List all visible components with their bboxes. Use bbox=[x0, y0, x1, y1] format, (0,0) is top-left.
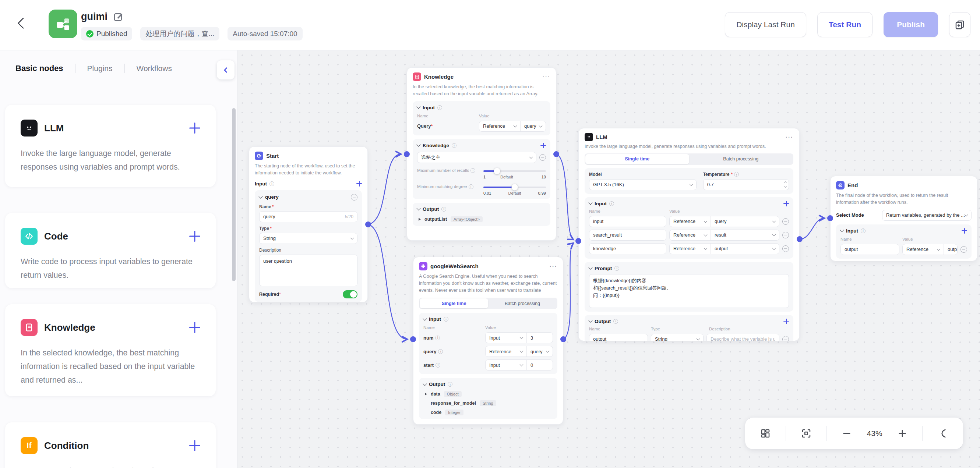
node-card-code[interactable]: Code Write code to process input variabl… bbox=[5, 213, 216, 288]
value-mode-select[interactable]: Reference bbox=[485, 346, 527, 357]
edit-icon[interactable] bbox=[113, 11, 124, 22]
expand-icon[interactable] bbox=[418, 218, 421, 221]
tab-batch-processing[interactable]: Batch processing bbox=[488, 298, 557, 308]
value-select[interactable]: query bbox=[527, 346, 553, 357]
param-name-input[interactable] bbox=[593, 219, 662, 224]
chevron-down-icon[interactable] bbox=[416, 105, 420, 108]
port-knowledge-output[interactable] bbox=[553, 151, 559, 157]
value-select[interactable]: result bbox=[711, 230, 779, 240]
display-last-run-button[interactable]: Display Last Run bbox=[725, 12, 806, 37]
node-menu-icon[interactable] bbox=[542, 75, 550, 79]
tab-plugins[interactable]: Plugins bbox=[87, 64, 113, 73]
remove-param-button[interactable] bbox=[351, 194, 358, 200]
add-code-node-button[interactable] bbox=[189, 231, 200, 242]
zoom-out-button[interactable] bbox=[842, 428, 852, 439]
tab-workflows[interactable]: Workflows bbox=[137, 64, 172, 73]
param-name-input[interactable] bbox=[593, 246, 662, 251]
collapse-sidebar-button[interactable] bbox=[217, 60, 234, 79]
value-mode-select[interactable]: Reference bbox=[670, 230, 711, 240]
value-mode-select[interactable]: Input bbox=[485, 360, 527, 370]
tab-batch-processing[interactable]: Batch processing bbox=[689, 154, 793, 164]
model-select[interactable]: GPT-3.5 (16K) bbox=[589, 179, 697, 190]
chevron-down-icon[interactable] bbox=[840, 228, 844, 232]
remove-row-button[interactable] bbox=[782, 336, 789, 341]
add-condition-node-button[interactable] bbox=[189, 440, 200, 451]
chevron-down-icon[interactable] bbox=[416, 206, 420, 210]
layout-grid-icon[interactable] bbox=[760, 428, 771, 439]
workflow-canvas[interactable]: Start The starting node of the workflow,… bbox=[237, 51, 980, 468]
node-menu-icon[interactable] bbox=[786, 135, 793, 139]
param-name-input[interactable] bbox=[845, 246, 895, 252]
auto-layout-icon[interactable] bbox=[937, 428, 948, 439]
output-type-select[interactable]: String bbox=[651, 334, 703, 341]
chevron-down-icon[interactable] bbox=[258, 194, 262, 198]
node-card-knowledge[interactable]: Knowledge In the selected knowledge, the… bbox=[5, 304, 216, 396]
value-mode-select[interactable]: Reference bbox=[670, 216, 711, 227]
value-mode-select[interactable]: Reference bbox=[903, 244, 944, 255]
node-menu-icon[interactable] bbox=[550, 265, 557, 268]
select-mode-select[interactable]: Return variables, generated by the ... bbox=[882, 210, 972, 221]
node-start[interactable]: Start The starting node of the workflow,… bbox=[249, 146, 368, 303]
node-card-condition[interactable]: If Condition Connect two downstream bran… bbox=[5, 422, 216, 468]
param-description-input[interactable]: user question bbox=[259, 255, 358, 286]
slider-handle[interactable] bbox=[494, 168, 500, 174]
duplicate-window-button[interactable] bbox=[949, 12, 970, 37]
chevron-down-icon[interactable] bbox=[588, 266, 592, 270]
param-name-input[interactable] bbox=[263, 214, 345, 219]
chevron-down-icon[interactable] bbox=[588, 201, 592, 205]
add-output-button[interactable] bbox=[783, 319, 789, 324]
node-googlewebsearch[interactable]: googleWebSearch A Google Search Engine. … bbox=[413, 257, 563, 425]
slider-handle[interactable] bbox=[512, 184, 518, 190]
test-run-button[interactable]: Test Run bbox=[817, 12, 872, 37]
publish-button[interactable]: Publish bbox=[883, 12, 938, 37]
add-input-button[interactable] bbox=[356, 181, 362, 187]
back-icon[interactable] bbox=[17, 17, 29, 29]
value-mode-select[interactable]: Reference bbox=[479, 121, 520, 131]
value-select[interactable]: output bbox=[944, 244, 958, 255]
number-stepper[interactable] bbox=[781, 179, 786, 190]
add-input-button[interactable] bbox=[783, 201, 789, 206]
value-input[interactable]: 3 bbox=[527, 333, 553, 343]
recall-slider[interactable] bbox=[484, 170, 546, 172]
fit-to-screen-icon[interactable] bbox=[801, 428, 812, 439]
node-knowledge[interactable]: Knowledge In the selected knowledge, the… bbox=[407, 67, 556, 241]
tab-basic-nodes[interactable]: Basic nodes bbox=[16, 63, 63, 73]
sidebar-scrollbar[interactable] bbox=[232, 108, 235, 281]
knowledge-base-select[interactable]: 诡秘之主 bbox=[417, 152, 536, 163]
remove-row-button[interactable] bbox=[782, 246, 789, 252]
remove-knowledge-base-button[interactable] bbox=[539, 154, 546, 161]
value-select[interactable]: query bbox=[520, 121, 546, 131]
tab-single-time[interactable]: Single time bbox=[585, 154, 689, 164]
chevron-down-icon[interactable] bbox=[423, 316, 427, 320]
prompt-input[interactable]: 根据{{knowledge}}的内容 和{{search_result}}的信息… bbox=[589, 274, 789, 308]
port-start-output[interactable] bbox=[365, 222, 371, 227]
chevron-down-icon[interactable] bbox=[416, 143, 420, 146]
add-knowledge-node-button[interactable] bbox=[189, 322, 200, 333]
port-end-input[interactable] bbox=[827, 215, 833, 221]
remove-row-button[interactable] bbox=[782, 218, 789, 225]
temperature-input[interactable] bbox=[703, 179, 789, 190]
add-input-button[interactable] bbox=[962, 228, 967, 234]
node-end[interactable]: End The final node of the workflow, used… bbox=[830, 176, 977, 261]
chevron-down-icon[interactable] bbox=[588, 319, 592, 323]
value-input[interactable]: 0 bbox=[527, 360, 553, 370]
port-knowledge-input[interactable] bbox=[404, 151, 410, 157]
port-llm-output[interactable] bbox=[797, 236, 803, 242]
value-mode-select[interactable]: Input bbox=[485, 333, 527, 343]
port-llm-input[interactable] bbox=[576, 238, 581, 244]
add-llm-node-button[interactable] bbox=[189, 122, 200, 133]
output-name-input[interactable] bbox=[593, 336, 644, 341]
zoom-in-button[interactable] bbox=[897, 428, 907, 439]
port-googlewebsearch-input[interactable] bbox=[410, 336, 416, 342]
node-card-llm[interactable]: LLM Invoke the large language model, gen… bbox=[5, 105, 216, 187]
value-select[interactable]: output bbox=[711, 244, 779, 254]
value-mode-select[interactable]: Reference bbox=[670, 244, 711, 254]
value-select[interactable]: query bbox=[711, 216, 779, 227]
node-llm[interactable]: LLM Invoke the large language model, gen… bbox=[578, 128, 800, 341]
type-select[interactable]: String bbox=[259, 233, 358, 244]
tab-single-time[interactable]: Single time bbox=[420, 298, 488, 308]
port-googlewebsearch-output[interactable] bbox=[560, 336, 566, 342]
add-knowledge-base-button[interactable] bbox=[541, 143, 546, 148]
output-description-input[interactable] bbox=[711, 336, 775, 341]
remove-row-button[interactable] bbox=[782, 232, 789, 238]
